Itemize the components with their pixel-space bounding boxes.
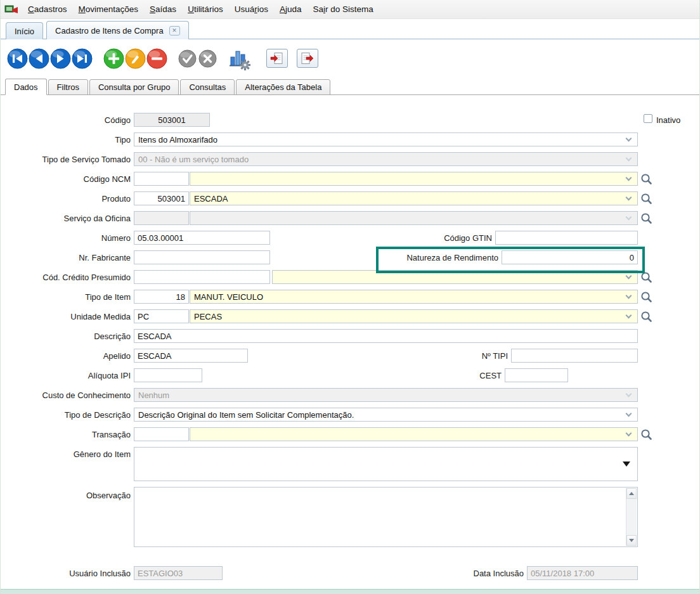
servico-oficina-search-icon[interactable] [640, 212, 653, 225]
row-genero-item: Gênero do Item [1, 447, 700, 481]
transacao-dropdown[interactable] [190, 427, 638, 441]
tipo-de-item-search-icon[interactable] [640, 290, 653, 304]
row-tipo: Tipo Itens do Almoxarifado [1, 132, 700, 146]
transacao-search-icon[interactable] [640, 428, 653, 441]
row-aliquota-ipi: Alíquota IPI CEST [1, 368, 700, 382]
menu-item-utilit-rios[interactable]: Utilitários [182, 1, 229, 17]
unidade-medida-search-icon[interactable] [640, 310, 653, 323]
row-unidade-medida: Unidade Medida PECAS [1, 309, 700, 323]
tab-close-icon[interactable]: ✕ [169, 26, 180, 36]
scroll-down-button[interactable] [626, 535, 637, 546]
n-tipi-label: Nº TIPI [444, 351, 508, 361]
arrow-up-icon [629, 492, 634, 495]
minus-icon [146, 48, 167, 69]
custo-conhecimento-value: Nenhum [138, 391, 169, 400]
chevron-down-icon [626, 136, 632, 142]
form-tab-altera-es-da-tabela[interactable]: Alterações da Tabela [236, 79, 330, 95]
usuario-inclusao-label: Usuário Inclusão [1, 569, 131, 578]
confirm-button[interactable] [178, 49, 197, 68]
observacao-scrollbar[interactable] [626, 488, 637, 546]
tipo-de-item-code-field[interactable] [134, 290, 189, 304]
apelido-field[interactable] [134, 349, 248, 363]
cod-credito-presumido-search-icon[interactable] [640, 271, 653, 284]
chevron-down-icon [626, 293, 632, 299]
cancel-button[interactable] [198, 49, 217, 68]
codigo-ncm-search-icon[interactable] [640, 172, 653, 186]
codigo-gtin-field[interactable] [495, 231, 638, 245]
chart-settings-button[interactable] [226, 46, 250, 70]
row-usuario-inclusao: Usuário Inclusão Data Inclusão [1, 566, 700, 580]
insert-record-button[interactable] [103, 48, 124, 69]
window-bottom-edge [1, 589, 699, 594]
codigo-field[interactable] [134, 113, 210, 127]
last-record-button[interactable] [72, 48, 93, 69]
menu-item-movimenta-es[interactable]: Movimentações [73, 1, 145, 17]
form-tabs: DadosFiltrosConsulta por GrupoConsultasA… [1, 79, 699, 95]
aliquota-ipi-field[interactable] [134, 368, 202, 382]
produto-search-icon[interactable] [640, 192, 653, 205]
chevron-down-icon [626, 155, 632, 162]
nr-fabricante-field[interactable] [134, 250, 270, 264]
produto-dropdown[interactable]: ESCADA [190, 191, 638, 205]
transacao-code-field[interactable] [134, 427, 189, 441]
produto-code-field[interactable] [134, 191, 189, 205]
chevron-down-icon [626, 313, 632, 319]
codigo-ncm-code-field[interactable] [134, 172, 189, 186]
delete-record-button[interactable] [146, 48, 167, 69]
cest-field[interactable] [505, 368, 568, 382]
form-tab-consulta-por-grupo[interactable]: Consulta por Grupo [89, 79, 179, 95]
row-apelido: Apelido Nº TIPI [1, 349, 700, 363]
dropdown-arrow-icon[interactable] [623, 462, 630, 467]
tipo-value: Itens do Almoxarifado [138, 135, 217, 145]
row-observacao: Observação [1, 487, 700, 547]
tipo-de-item-label: Tipo de Item [1, 292, 131, 302]
menu-bar: CadastrosMovimentaçõesSaídasUtilitáriosU… [1, 0, 699, 19]
menu-item-sair-do-sistema[interactable]: Sair do Sistema [307, 1, 379, 17]
scroll-up-button[interactable] [626, 488, 637, 499]
next-record-button[interactable] [50, 48, 71, 69]
descricao-field[interactable] [134, 329, 638, 343]
next-record-icon [50, 48, 71, 69]
tipo-de-item-value: MANUT. VEICULO [194, 292, 263, 302]
menu-item-sa-das[interactable]: Saídas [144, 1, 182, 17]
cod-credito-presumido-dropdown[interactable] [272, 270, 638, 284]
tab-cadastro-itens-de-compra[interactable]: Cadastro de Itens de Compra ✕ [46, 21, 189, 39]
unidade-medida-code-field[interactable] [134, 309, 189, 323]
codigo-ncm-label: Código NCM [1, 174, 131, 184]
nr-fabricante-label: Nr. Fabricante [1, 253, 131, 262]
numero-field[interactable] [134, 231, 270, 245]
import-file-button[interactable] [266, 49, 288, 68]
codigo-ncm-dropdown[interactable] [190, 172, 638, 186]
tipo-descricao-value: Descrição Original do Item sem Solicitar… [138, 410, 354, 420]
chevron-down-icon [626, 430, 632, 437]
prior-record-button[interactable] [29, 48, 49, 69]
natureza-rendimento-field[interactable] [502, 250, 638, 264]
form-tab-dados[interactable]: Dados [5, 79, 47, 95]
observacao-textarea[interactable] [134, 487, 638, 547]
export-file-button[interactable] [297, 49, 318, 68]
menu-item-usu-rios[interactable]: Usuários [229, 1, 274, 17]
edit-record-button[interactable] [125, 48, 146, 69]
menu-item-ajuda[interactable]: Ajuda [274, 1, 308, 17]
tab-inicio[interactable]: Início [6, 22, 43, 39]
chevron-down-icon [626, 391, 632, 397]
custo-conhecimento-dropdown: Nenhum [134, 388, 638, 402]
n-tipi-field[interactable] [511, 349, 638, 363]
form-tab-consultas[interactable]: Consultas [180, 79, 235, 95]
row-tipo-de-item: Tipo de Item MANUT. VEICULO [1, 290, 700, 304]
tipo-de-item-dropdown[interactable]: MANUT. VEICULO [190, 290, 638, 304]
genero-item-dropdown[interactable] [134, 447, 638, 481]
form-tab-filtros[interactable]: Filtros [48, 79, 88, 95]
document-tabbar: Início Cadastro de Itens de Compra ✕ [1, 19, 699, 39]
first-record-button[interactable] [7, 48, 28, 69]
row-cod-credito-presumido: Cód. Crédito Presumido [1, 270, 700, 284]
row-tipo-servico-tomado: Tipo de Serviço Tomado 00 - Não é um ser… [1, 152, 700, 166]
inativo-checkbox[interactable] [644, 114, 652, 123]
tipo-servico-tomado-label: Tipo de Serviço Tomado [1, 155, 131, 164]
unidade-medida-value: PECAS [194, 312, 222, 321]
unidade-medida-dropdown[interactable]: PECAS [190, 309, 638, 323]
menu-item-cadastros[interactable]: Cadastros [22, 1, 73, 17]
cod-credito-presumido-code-field[interactable] [134, 270, 270, 284]
tipo-descricao-dropdown[interactable]: Descrição Original do Item sem Solicitar… [134, 408, 638, 422]
tipo-dropdown[interactable]: Itens do Almoxarifado [134, 132, 638, 146]
